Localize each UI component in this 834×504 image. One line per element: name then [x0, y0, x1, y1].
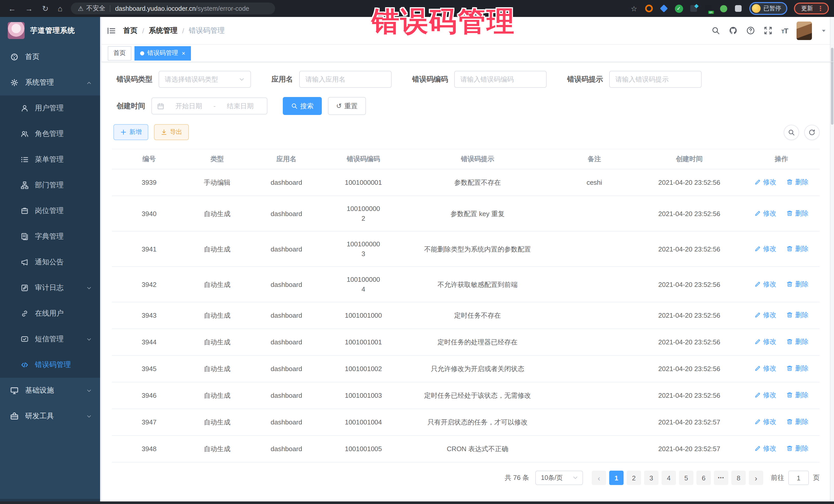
pagination-prev-button[interactable]: ‹ — [592, 470, 606, 485]
breadcrumb-item[interactable]: 首页 — [123, 26, 137, 35]
error-hint-input[interactable]: 请输入错误码提示 — [609, 71, 702, 88]
extension-icon-5[interactable]: on — [704, 4, 712, 13]
edit-link[interactable]: 修改 — [754, 390, 776, 400]
trash-icon — [787, 311, 793, 318]
pagination-page-5[interactable]: 5 — [679, 470, 694, 485]
app-logo-row[interactable]: 芋道管理系统 — [0, 17, 100, 44]
browser-home-icon[interactable]: ⌂ — [58, 4, 62, 13]
delete-link[interactable]: 删除 — [787, 177, 809, 187]
pagination-page-8[interactable]: 8 — [731, 470, 746, 485]
page-size-select[interactable]: 10条/页 — [535, 470, 583, 485]
browser-profile-chip[interactable]: 已暂停 — [749, 2, 787, 15]
sidebar-item-home[interactable]: 首页 — [0, 44, 100, 70]
close-icon[interactable]: × — [182, 50, 185, 56]
sidebar-item-sms[interactable]: 短信管理 — [0, 326, 100, 352]
app-title: 芋道管理系统 — [30, 26, 75, 35]
edit-link[interactable]: 修改 — [754, 279, 776, 289]
search-icon[interactable] — [711, 26, 720, 35]
pagination-ellipsis[interactable]: ••• — [714, 470, 728, 485]
delete-link[interactable]: 删除 — [787, 390, 809, 400]
more-vert-icon[interactable]: ⋮ — [817, 5, 824, 12]
toggle-search-button[interactable] — [784, 125, 799, 140]
browser-reload-icon[interactable]: ↻ — [42, 4, 48, 13]
help-icon[interactable] — [746, 26, 755, 35]
breadcrumb-item[interactable]: 系统管理 — [149, 26, 178, 35]
pagination-page-6[interactable]: 6 — [697, 470, 711, 485]
delete-link[interactable]: 删除 — [787, 417, 809, 426]
font-size-icon[interactable]: TT — [782, 26, 788, 35]
sidebar-item-online[interactable]: 在线用户 — [0, 301, 100, 326]
sidebar-item-role[interactable]: 角色管理 — [0, 121, 100, 147]
edit-link[interactable]: 修改 — [754, 337, 776, 346]
pagination-page-4[interactable]: 4 — [662, 470, 676, 485]
address-bar[interactable]: ⚠ 不安全 dashboard.yudao.iocoder.cn /system… — [70, 3, 275, 14]
edit-link[interactable]: 修改 — [754, 417, 776, 426]
fullscreen-icon[interactable] — [764, 26, 773, 35]
add-button[interactable]: 新增 — [113, 124, 148, 140]
extension-icon-4[interactable] — [689, 4, 698, 13]
profile-avatar-icon — [752, 4, 760, 13]
github-icon[interactable] — [729, 26, 738, 35]
bookmark-star-icon[interactable]: ☆ — [631, 4, 637, 13]
delete-link[interactable]: 删除 — [787, 279, 809, 289]
edit-link[interactable]: 修改 — [754, 364, 776, 373]
user-avatar[interactable] — [796, 21, 812, 40]
app-name-input[interactable]: 请输入应用名 — [299, 71, 392, 88]
cell-time: 2021-04-20 23:52:56 — [635, 196, 743, 231]
edit-icon — [754, 392, 761, 398]
delete-link[interactable]: 删除 — [787, 208, 809, 218]
pagination-page-3[interactable]: 3 — [644, 470, 658, 485]
delete-link[interactable]: 删除 — [787, 364, 809, 373]
date-range-picker[interactable]: 开始日期 - 结束日期 — [151, 97, 267, 114]
delete-link[interactable]: 删除 — [787, 443, 809, 453]
refresh-button[interactable] — [804, 125, 820, 140]
error-type-select[interactable]: 请选择错误码类型 — [159, 71, 251, 88]
edit-link[interactable]: 修改 — [754, 177, 776, 187]
sidebar-item-post[interactable]: 岗位管理 — [0, 198, 100, 224]
edit-link[interactable]: 修改 — [754, 310, 776, 320]
sidebar-item-audit[interactable]: 审计日志 — [0, 275, 100, 301]
chevron-down-icon — [239, 76, 245, 82]
extension-icon-3[interactable]: ✓ — [675, 4, 683, 13]
sidebar-item-user[interactable]: 用户管理 — [0, 95, 100, 121]
edit-link[interactable]: 修改 — [754, 243, 776, 253]
extension-icon-6[interactable] — [719, 4, 727, 13]
goto-page-input[interactable] — [788, 470, 809, 485]
edit-link[interactable]: 修改 — [754, 208, 776, 218]
search-button[interactable]: 搜索 — [283, 97, 322, 115]
table-row: 3948 自动生成 dashboard 1001001005 CRON 表达式不… — [112, 436, 820, 462]
sidebar-item-system[interactable]: 系统管理 — [0, 70, 100, 95]
reset-button[interactable]: ↺ 重置 — [328, 97, 366, 115]
page-scrollbar[interactable] — [830, 17, 834, 501]
export-button[interactable]: 导出 — [154, 124, 189, 140]
extension-icon-1[interactable] — [645, 4, 653, 13]
trash-icon — [787, 392, 793, 398]
delete-link[interactable]: 删除 — [787, 310, 809, 320]
sidebar-item-devtools[interactable]: 研发工具 — [0, 403, 100, 429]
extension-icon-7[interactable] — [734, 4, 742, 13]
edit-link[interactable]: 修改 — [754, 443, 776, 453]
extension-icon-2[interactable] — [660, 4, 668, 13]
error-code-input[interactable]: 请输入错误码编码 — [454, 71, 547, 88]
sidebar-item-notice[interactable]: 通知公告 — [0, 249, 100, 275]
sidebar-item-errcode[interactable]: 错误码管理 — [0, 352, 100, 378]
hamburger-icon[interactable] — [107, 26, 116, 35]
avatar-caret-icon[interactable] — [821, 27, 827, 34]
cell-id: 3944 — [112, 329, 186, 355]
sidebar-item-dict[interactable]: 字典管理 — [0, 224, 100, 249]
tab-home[interactable]: 首页 — [108, 46, 131, 60]
browser-update-button[interactable]: 更新 ⋮ — [794, 3, 829, 14]
sidebar-item-infra[interactable]: 基础设施 — [0, 378, 100, 403]
pagination-next-button[interactable]: › — [749, 470, 763, 485]
browser-back-icon[interactable]: ← — [8, 4, 16, 13]
delete-link[interactable]: 删除 — [787, 243, 809, 253]
pagination-page-1[interactable]: 1 — [609, 470, 623, 485]
browser-forward-icon[interactable]: → — [25, 4, 33, 13]
delete-link[interactable]: 删除 — [787, 337, 809, 346]
sidebar-item-dept[interactable]: 部门管理 — [0, 172, 100, 198]
sidebar-item-menu[interactable]: 菜单管理 — [0, 147, 100, 172]
tab-errcode[interactable]: 错误码管理× — [134, 46, 191, 60]
pagination-page-2[interactable]: 2 — [627, 470, 641, 485]
security-warning[interactable]: ⚠ 不安全 — [78, 4, 105, 13]
edit-icon — [754, 281, 761, 287]
